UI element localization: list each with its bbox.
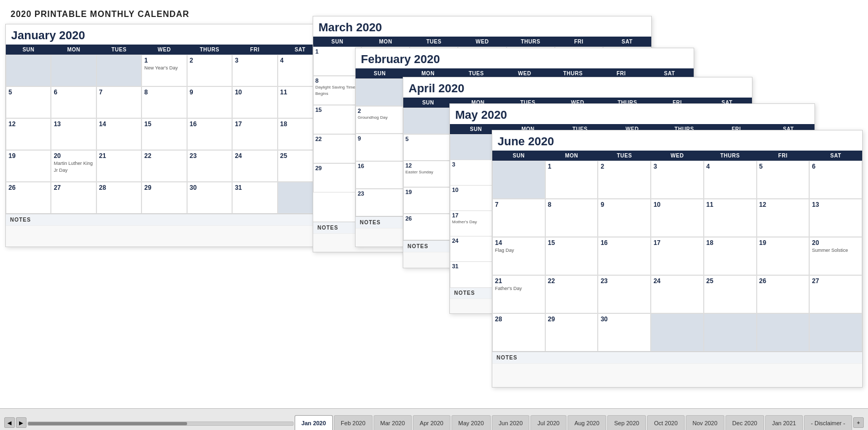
table-row: 13	[51, 118, 96, 150]
table-row: 22	[141, 150, 187, 182]
feb-title: February 2020	[356, 48, 694, 68]
table-row	[96, 55, 141, 86]
table-row: 5	[6, 86, 51, 118]
table-row: 24	[232, 150, 277, 182]
table-row: 28	[492, 313, 545, 352]
tab-aug-2020[interactable]: Aug 2020	[568, 415, 606, 430]
tab-scrollbar-thumb	[28, 422, 187, 425]
table-row: 8Daylight Saving Time Begins	[313, 76, 361, 105]
table-row	[757, 313, 810, 352]
table-row: 26	[6, 182, 51, 214]
table-row: 21Father's Day	[492, 275, 545, 313]
tab-may-2020[interactable]: May 2020	[451, 415, 491, 430]
tab-next-btn[interactable]: ▶	[16, 417, 26, 428]
jun-notes: NOTES	[492, 352, 862, 363]
tab-oct-2020[interactable]: Oct 2020	[647, 415, 685, 430]
tab-jul-2020[interactable]: Jul 2020	[530, 415, 566, 430]
may-title: May 2020	[450, 104, 814, 124]
table-row: 17	[232, 118, 277, 150]
jun-grid: 1 2 3 4 5 6 7 8 9 10 11 12 13 14Flag Day…	[492, 161, 862, 352]
table-row: 2Groundhog Day	[356, 106, 404, 134]
table-row: 4	[704, 161, 757, 199]
jan-grid: 1New Year's Day 2 3 4 5 6 7 8 9 10 11 12…	[6, 55, 323, 214]
table-row: 20Summer Solstice	[809, 237, 862, 275]
jun-title: June 2020	[492, 130, 862, 151]
table-row: 16	[187, 118, 232, 150]
table-row: 12Easter Sunday	[403, 161, 453, 187]
tab-prev-btn[interactable]: ◀	[4, 417, 15, 428]
tab-feb-2020[interactable]: Feb 2020	[334, 415, 372, 430]
table-row	[651, 313, 704, 352]
table-row: 17	[651, 237, 704, 275]
jan-title: January 2020	[6, 24, 323, 45]
table-row: 1	[545, 161, 598, 199]
table-row: 1	[313, 47, 361, 76]
table-row: 8	[141, 86, 187, 118]
table-row: 29	[141, 182, 187, 214]
table-row: 11	[704, 199, 757, 237]
table-row: 5	[403, 134, 453, 161]
jan-hdr-thu: THURS	[187, 45, 232, 55]
table-row: 12	[757, 199, 810, 237]
table-row	[809, 313, 862, 352]
table-row: 24	[651, 275, 704, 313]
table-row: 13	[809, 199, 862, 237]
table-row: 5	[757, 161, 810, 199]
tab-jan-2021[interactable]: Jan 2021	[765, 415, 803, 430]
table-row: 29	[545, 313, 598, 352]
table-row: 10	[651, 199, 704, 237]
table-row: 26	[757, 275, 810, 313]
table-row: 7	[492, 199, 545, 237]
table-row: 23	[598, 275, 651, 313]
tab-bar: ◀ ▶ Jan 2020 Feb 2020 Mar 2020 Apr 2020 …	[0, 408, 868, 430]
tab-dec-2020[interactable]: Dec 2020	[725, 415, 764, 430]
jan-hdr-sun: SUN	[6, 45, 51, 55]
table-row: 3	[232, 55, 277, 86]
table-row: 30	[598, 313, 651, 352]
table-row: 6	[51, 86, 96, 118]
table-row: 22	[313, 134, 361, 163]
table-row: 14	[96, 118, 141, 150]
tab-add-btn[interactable]: +	[853, 417, 864, 428]
tab-nov-2020[interactable]: Nov 2020	[686, 415, 724, 430]
mar-header: SUN MON TUES WED THURS FRI SAT	[313, 37, 651, 47]
table-row: 19	[403, 187, 453, 214]
table-row: 8	[545, 199, 598, 237]
jan-header: SUN MON TUES WED THURS FRI SAT	[6, 45, 323, 55]
table-row: 7	[96, 86, 141, 118]
table-row: 3	[651, 161, 704, 199]
table-row: 9	[598, 199, 651, 237]
table-row: 21	[96, 150, 141, 182]
tab-jan-2020[interactable]: Jan 2020	[295, 415, 333, 430]
table-row	[356, 78, 404, 106]
table-row: 10	[232, 86, 277, 118]
jan-hdr-fri: FRI	[232, 45, 277, 55]
table-row: 30	[187, 182, 232, 214]
table-row	[492, 161, 545, 199]
table-row: 2	[598, 161, 651, 199]
jan-hdr-mon: MON	[51, 45, 96, 55]
tab-disclaimer[interactable]: - Disclaimer -	[804, 415, 852, 430]
table-row: 18	[704, 237, 757, 275]
table-row: 15	[545, 237, 598, 275]
table-row: 1New Year's Day	[141, 55, 187, 86]
table-row: 16	[598, 237, 651, 275]
tab-scrollbar[interactable]	[28, 422, 294, 426]
table-row: 23	[356, 189, 404, 216]
table-row: 16	[356, 161, 404, 189]
main-content: 2020 PRINTABLE MONTHLY CALENDAR January …	[0, 0, 868, 408]
table-row: 27	[809, 275, 862, 313]
table-row: 2	[187, 55, 232, 86]
jan-notes: NOTES	[6, 214, 323, 225]
tab-apr-2020[interactable]: Apr 2020	[413, 415, 450, 430]
tab-sep-2020[interactable]: Sep 2020	[607, 415, 646, 430]
table-row: 27	[51, 182, 96, 214]
tab-jun-2020[interactable]: Jun 2020	[492, 415, 529, 430]
tab-mar-2020[interactable]: Mar 2020	[374, 415, 412, 430]
table-row: 9	[187, 86, 232, 118]
table-row	[704, 313, 757, 352]
mar-title: March 2020	[313, 16, 651, 37]
table-row: 20Martin Luther King Jr Day	[51, 150, 96, 182]
table-row: 23	[187, 150, 232, 182]
table-row: 28	[96, 182, 141, 214]
